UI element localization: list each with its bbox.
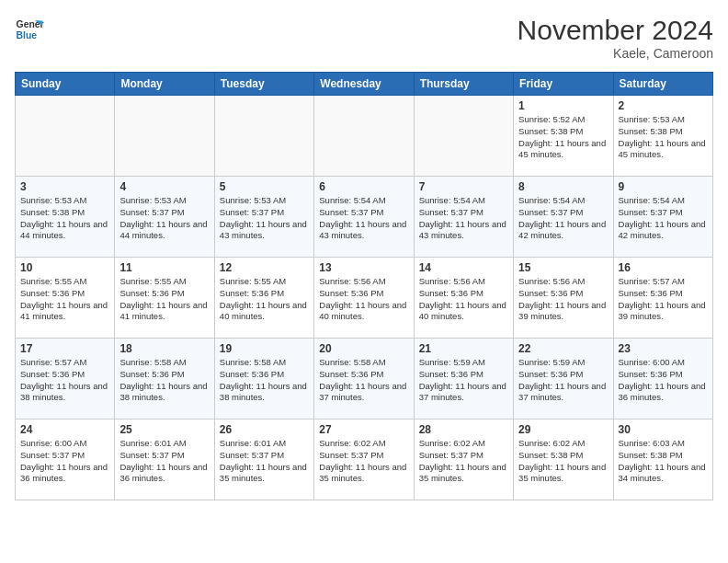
day-number: 19: [220, 342, 309, 355]
calendar-cell: 24Sunrise: 6:00 AM Sunset: 5:37 PM Dayli…: [16, 419, 115, 500]
day-info: Sunrise: 5:53 AM Sunset: 5:38 PM Dayligh…: [619, 114, 708, 161]
day-info: Sunrise: 6:00 AM Sunset: 5:37 PM Dayligh…: [20, 438, 109, 485]
calendar-week-1: 1Sunrise: 5:52 AM Sunset: 5:38 PM Daylig…: [16, 96, 713, 177]
calendar-cell: 22Sunrise: 5:59 AM Sunset: 5:36 PM Dayli…: [514, 339, 613, 419]
calendar-cell: 13Sunrise: 5:56 AM Sunset: 5:36 PM Dayli…: [314, 258, 414, 339]
day-info: Sunrise: 5:53 AM Sunset: 5:37 PM Dayligh…: [119, 195, 209, 242]
calendar-cell: 9Sunrise: 5:54 AM Sunset: 5:37 PM Daylig…: [613, 177, 712, 258]
day-info: Sunrise: 6:03 AM Sunset: 5:38 PM Dayligh…: [619, 438, 708, 485]
day-number: 14: [419, 261, 508, 274]
weekday-header-friday: Friday: [514, 73, 613, 96]
day-info: Sunrise: 5:58 AM Sunset: 5:36 PM Dayligh…: [319, 357, 408, 404]
day-info: Sunrise: 5:58 AM Sunset: 5:36 PM Dayligh…: [220, 357, 309, 404]
day-info: Sunrise: 5:57 AM Sunset: 5:36 PM Dayligh…: [20, 357, 109, 404]
day-number: 8: [518, 180, 608, 193]
calendar-cell: 18Sunrise: 5:58 AM Sunset: 5:36 PM Dayli…: [115, 339, 214, 419]
calendar-cell: 14Sunrise: 5:56 AM Sunset: 5:36 PM Dayli…: [414, 258, 513, 339]
calendar-week-4: 17Sunrise: 5:57 AM Sunset: 5:36 PM Dayli…: [16, 339, 713, 419]
calendar-cell: 29Sunrise: 6:02 AM Sunset: 5:38 PM Dayli…: [514, 419, 613, 500]
day-number: 27: [319, 423, 408, 436]
day-number: 1: [518, 99, 608, 112]
title-block: November 2024 Kaele, Cameroon: [518, 15, 713, 61]
day-number: 24: [20, 423, 109, 436]
calendar-cell: 8Sunrise: 5:54 AM Sunset: 5:37 PM Daylig…: [514, 177, 613, 258]
calendar-cell: 28Sunrise: 6:02 AM Sunset: 5:37 PM Dayli…: [414, 419, 513, 500]
logo-icon: General Blue: [15, 15, 44, 44]
day-info: Sunrise: 6:01 AM Sunset: 5:37 PM Dayligh…: [119, 438, 209, 485]
day-info: Sunrise: 5:58 AM Sunset: 5:36 PM Dayligh…: [119, 357, 209, 404]
day-number: 25: [119, 423, 209, 436]
day-number: 22: [518, 342, 608, 355]
calendar-table: SundayMondayTuesdayWednesdayThursdayFrid…: [15, 72, 713, 500]
calendar-cell: 21Sunrise: 5:59 AM Sunset: 5:36 PM Dayli…: [414, 339, 513, 419]
month-year-title: November 2024: [518, 15, 713, 46]
calendar-cell: 7Sunrise: 5:54 AM Sunset: 5:37 PM Daylig…: [414, 177, 513, 258]
day-info: Sunrise: 6:01 AM Sunset: 5:37 PM Dayligh…: [220, 438, 309, 485]
day-number: 28: [419, 423, 508, 436]
calendar-cell: 11Sunrise: 5:55 AM Sunset: 5:36 PM Dayli…: [115, 258, 214, 339]
day-number: 5: [220, 180, 309, 193]
day-info: Sunrise: 5:59 AM Sunset: 5:36 PM Dayligh…: [419, 357, 508, 404]
weekday-header-sunday: Sunday: [16, 73, 115, 96]
day-number: 6: [319, 180, 408, 193]
day-info: Sunrise: 5:54 AM Sunset: 5:37 PM Dayligh…: [518, 195, 608, 242]
calendar-cell: 12Sunrise: 5:55 AM Sunset: 5:36 PM Dayli…: [214, 258, 313, 339]
day-info: Sunrise: 5:57 AM Sunset: 5:36 PM Dayligh…: [619, 276, 708, 323]
calendar-week-2: 3Sunrise: 5:53 AM Sunset: 5:38 PM Daylig…: [16, 177, 713, 258]
day-info: Sunrise: 5:55 AM Sunset: 5:36 PM Dayligh…: [220, 276, 309, 323]
day-number: 10: [20, 261, 109, 274]
location-subtitle: Kaele, Cameroon: [518, 46, 713, 61]
calendar-cell: 16Sunrise: 5:57 AM Sunset: 5:36 PM Dayli…: [613, 258, 712, 339]
day-number: 16: [619, 261, 708, 274]
day-info: Sunrise: 5:52 AM Sunset: 5:38 PM Dayligh…: [518, 114, 608, 161]
day-info: Sunrise: 5:56 AM Sunset: 5:36 PM Dayligh…: [518, 276, 608, 323]
weekday-header-saturday: Saturday: [613, 73, 712, 96]
calendar-cell: 19Sunrise: 5:58 AM Sunset: 5:36 PM Dayli…: [214, 339, 313, 419]
day-info: Sunrise: 5:53 AM Sunset: 5:38 PM Dayligh…: [20, 195, 109, 242]
day-info: Sunrise: 5:55 AM Sunset: 5:36 PM Dayligh…: [119, 276, 209, 323]
weekday-header-row: SundayMondayTuesdayWednesdayThursdayFrid…: [16, 73, 713, 96]
day-info: Sunrise: 5:53 AM Sunset: 5:37 PM Dayligh…: [220, 195, 309, 242]
calendar-cell: 1Sunrise: 5:52 AM Sunset: 5:38 PM Daylig…: [514, 96, 613, 177]
calendar-cell: [115, 96, 214, 177]
logo: General Blue: [15, 15, 44, 44]
calendar-cell: 15Sunrise: 5:56 AM Sunset: 5:36 PM Dayli…: [514, 258, 613, 339]
calendar-cell: 26Sunrise: 6:01 AM Sunset: 5:37 PM Dayli…: [214, 419, 313, 500]
day-number: 13: [319, 261, 408, 274]
day-info: Sunrise: 6:00 AM Sunset: 5:36 PM Dayligh…: [619, 357, 708, 404]
day-number: 7: [419, 180, 508, 193]
day-number: 4: [119, 180, 209, 193]
day-number: 29: [518, 423, 608, 436]
day-info: Sunrise: 6:02 AM Sunset: 5:38 PM Dayligh…: [518, 438, 608, 485]
svg-text:Blue: Blue: [17, 30, 38, 40]
calendar-cell: 23Sunrise: 6:00 AM Sunset: 5:36 PM Dayli…: [613, 339, 712, 419]
day-info: Sunrise: 5:54 AM Sunset: 5:37 PM Dayligh…: [619, 195, 708, 242]
calendar-cell: 10Sunrise: 5:55 AM Sunset: 5:36 PM Dayli…: [16, 258, 115, 339]
calendar-cell: 5Sunrise: 5:53 AM Sunset: 5:37 PM Daylig…: [214, 177, 313, 258]
day-number: 21: [419, 342, 508, 355]
calendar-cell: 17Sunrise: 5:57 AM Sunset: 5:36 PM Dayli…: [16, 339, 115, 419]
day-number: 9: [619, 180, 708, 193]
calendar-cell: [16, 96, 115, 177]
day-info: Sunrise: 5:55 AM Sunset: 5:36 PM Dayligh…: [20, 276, 109, 323]
day-info: Sunrise: 5:54 AM Sunset: 5:37 PM Dayligh…: [319, 195, 408, 242]
calendar-cell: 20Sunrise: 5:58 AM Sunset: 5:36 PM Dayli…: [314, 339, 414, 419]
day-number: 3: [20, 180, 109, 193]
weekday-header-tuesday: Tuesday: [214, 73, 313, 96]
weekday-header-monday: Monday: [115, 73, 214, 96]
calendar-cell: 2Sunrise: 5:53 AM Sunset: 5:38 PM Daylig…: [613, 96, 712, 177]
calendar-cell: [214, 96, 313, 177]
calendar-cell: 4Sunrise: 5:53 AM Sunset: 5:37 PM Daylig…: [115, 177, 214, 258]
day-info: Sunrise: 6:02 AM Sunset: 5:37 PM Dayligh…: [319, 438, 408, 485]
day-number: 30: [619, 423, 708, 436]
day-number: 11: [119, 261, 209, 274]
day-number: 20: [319, 342, 408, 355]
calendar-cell: 3Sunrise: 5:53 AM Sunset: 5:38 PM Daylig…: [16, 177, 115, 258]
day-info: Sunrise: 6:02 AM Sunset: 5:37 PM Dayligh…: [419, 438, 508, 485]
day-number: 12: [220, 261, 309, 274]
day-info: Sunrise: 5:59 AM Sunset: 5:36 PM Dayligh…: [518, 357, 608, 404]
calendar-cell: [414, 96, 513, 177]
weekday-header-wednesday: Wednesday: [314, 73, 414, 96]
calendar-cell: 27Sunrise: 6:02 AM Sunset: 5:37 PM Dayli…: [314, 419, 414, 500]
day-number: 15: [518, 261, 608, 274]
